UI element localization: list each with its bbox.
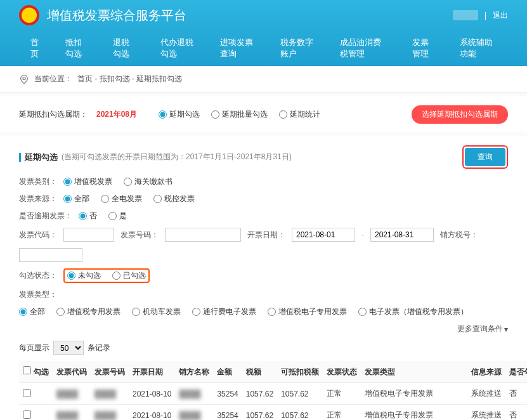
source-radio-2[interactable] [153, 195, 162, 203]
inv-type-radio-1[interactable] [56, 308, 65, 316]
col-header-9: 发票类型 [361, 361, 467, 383]
col-header-10: 信息来源 [467, 361, 505, 383]
inv-type-option-2[interactable]: 机动车发票 [132, 306, 181, 317]
cell-status: 正常 [323, 383, 361, 405]
source-option-2[interactable]: 税控发票 [153, 194, 195, 204]
source-option-1[interactable]: 全电发票 [101, 194, 142, 204]
nav-item-7[interactable]: 发票管理 [401, 30, 448, 66]
inv-type-label-2: 机动车发票 [143, 306, 181, 317]
seller-tax-input[interactable] [19, 248, 82, 262]
category-option-1[interactable]: 海关缴款书 [124, 176, 172, 187]
source-label-2: 税控发票 [164, 194, 195, 204]
select-all-checkbox[interactable] [23, 366, 31, 374]
date-separator: - [361, 230, 364, 239]
type-radios: 全部增值税专用发票机动车发票通行费电子发票增值税电子专用发票电子发票（增值税专用… [19, 306, 468, 317]
status-radio-0[interactable] [67, 272, 75, 280]
inv-type-radio-2[interactable] [132, 308, 140, 316]
cell-code: ████ [53, 383, 91, 405]
cell-status: 正常 [323, 405, 361, 421]
period-mode-radio-1[interactable] [211, 110, 219, 119]
check-status-label: 勾选状态： [19, 270, 57, 281]
logout-link[interactable]: 退出 [493, 10, 508, 21]
period-mode-radio-2[interactable] [279, 110, 287, 119]
query-button[interactable]: 查询 [465, 148, 505, 166]
nav-item-6[interactable]: 成品油消费税管理 [329, 30, 401, 66]
inv-type-label-1: 增值税专用发票 [67, 306, 120, 317]
inv-type-label-0: 全部 [30, 306, 45, 317]
more-filters-link[interactable]: 更多查询条件 ▾ [457, 324, 508, 334]
table-row[interactable]: ████████2021-08-10████352541057.621057.6… [19, 383, 527, 405]
period-mode-label-0: 延期勾选 [169, 109, 200, 120]
inv-type-option-0[interactable]: 全部 [19, 306, 45, 317]
overdue-option-0[interactable]: 否 [79, 211, 97, 221]
nav-item-0[interactable]: 首页 [19, 30, 54, 66]
period-mode-option-0[interactable]: 延期勾选 [159, 109, 200, 120]
nav-item-4[interactable]: 进项发票查询 [209, 30, 268, 66]
overdue-label-0: 否 [89, 211, 97, 221]
inv-type-option-4[interactable]: 增值税电子专用发票 [268, 306, 347, 317]
col-header-1: 发票代码 [53, 361, 91, 383]
overdue-radio-0[interactable] [79, 212, 87, 220]
invoice-number-input[interactable] [165, 228, 241, 242]
category-radio-1[interactable] [124, 178, 132, 186]
section-title: 延期勾选 [25, 152, 58, 163]
inv-type-radio-5[interactable] [358, 308, 367, 316]
status-radio-1[interactable] [112, 272, 120, 280]
cell-checkbox [19, 405, 53, 421]
category-option-0[interactable]: 增值税发票 [63, 176, 112, 187]
col-header-3: 开票日期 [129, 361, 175, 383]
select-period-button[interactable]: 选择延期抵扣勾选属期 [412, 105, 508, 124]
date-to-input[interactable] [370, 228, 434, 242]
nav-item-5[interactable]: 税务数字账户 [269, 30, 329, 66]
row-checkbox[interactable] [23, 410, 31, 419]
col-header-2: 发票号码 [91, 361, 129, 383]
inv-type-option-5[interactable]: 电子发票（增值税专用发票） [358, 306, 468, 317]
row-checkbox[interactable] [23, 389, 31, 397]
cell-src: 系统推送 [467, 405, 505, 421]
inv-type-radio-3[interactable] [192, 308, 200, 316]
table-row[interactable]: ████████2021-08-10████352541057.621057.6… [19, 405, 527, 421]
period-mode-radio-0[interactable] [159, 110, 167, 119]
table-body: ████████2021-08-10████352541057.621057.6… [19, 383, 527, 421]
category-label-1: 海关缴款书 [134, 176, 172, 187]
cell-src: 系统推送 [467, 383, 505, 405]
cell-deduct: 1057.62 [277, 383, 323, 405]
main-nav: 首页抵扣勾选退税勾选代办退税勾选进项发票查询税务数字账户成品油消费税管理发票管理… [0, 30, 527, 66]
inv-type-radio-0[interactable] [19, 308, 27, 316]
inv-type-option-1[interactable]: 增值税专用发票 [56, 306, 120, 317]
breadcrumb-path: 首页 - 抵扣勾选 - 延期抵扣勾选 [77, 74, 182, 84]
cell-type: 增值税电子专用发票 [361, 405, 467, 421]
col-header-4: 销方名称 [175, 361, 213, 383]
cell-checked: 否 [505, 383, 527, 405]
inv-type-option-3[interactable]: 通行费电子发票 [192, 306, 256, 317]
col-header-8: 发票状态 [323, 361, 361, 383]
period-label: 延期抵扣勾选属期： [19, 109, 88, 120]
period-mode-option-1[interactable]: 延期批量勾选 [211, 109, 268, 120]
nav-item-8[interactable]: 系统辅助功能 [448, 30, 508, 66]
nav-item-3[interactable]: 代办退税勾选 [149, 30, 209, 66]
nav-item-2[interactable]: 退税勾选 [101, 30, 149, 66]
inv-type-radio-4[interactable] [268, 308, 276, 316]
source-radio-0[interactable] [63, 195, 72, 203]
source-label-1: 全电发票 [112, 194, 142, 204]
page-size-select[interactable]: 50 [53, 341, 84, 355]
page-size-label: 每页显示 [19, 343, 49, 353]
source-option-0[interactable]: 全部 [63, 194, 89, 204]
cell-seller: ████ [175, 405, 213, 421]
source-radios: 全部全电发票税控发票 [63, 194, 195, 204]
inv-type-label-3: 通行费电子发票 [203, 306, 256, 317]
nav-item-1[interactable]: 抵扣勾选 [54, 30, 101, 66]
date-from-input[interactable] [292, 228, 355, 242]
period-mode-option-2[interactable]: 延期统计 [279, 109, 320, 120]
source-radio-1[interactable] [101, 195, 109, 203]
status-option-0[interactable]: 未勾选 [67, 270, 101, 281]
overdue-option-1[interactable]: 是 [108, 211, 127, 221]
category-radio-0[interactable] [63, 178, 72, 186]
more-filters-label: 更多查询条件 [457, 324, 503, 334]
status-radios-highlight: 未勾选已勾选 [63, 268, 150, 283]
source-label: 发票来源： [19, 194, 57, 204]
invoice-code-input[interactable] [63, 228, 114, 242]
overdue-radio-1[interactable] [108, 212, 117, 220]
col-header-7: 可抵扣税额 [277, 361, 323, 383]
status-option-1[interactable]: 已勾选 [112, 270, 146, 281]
